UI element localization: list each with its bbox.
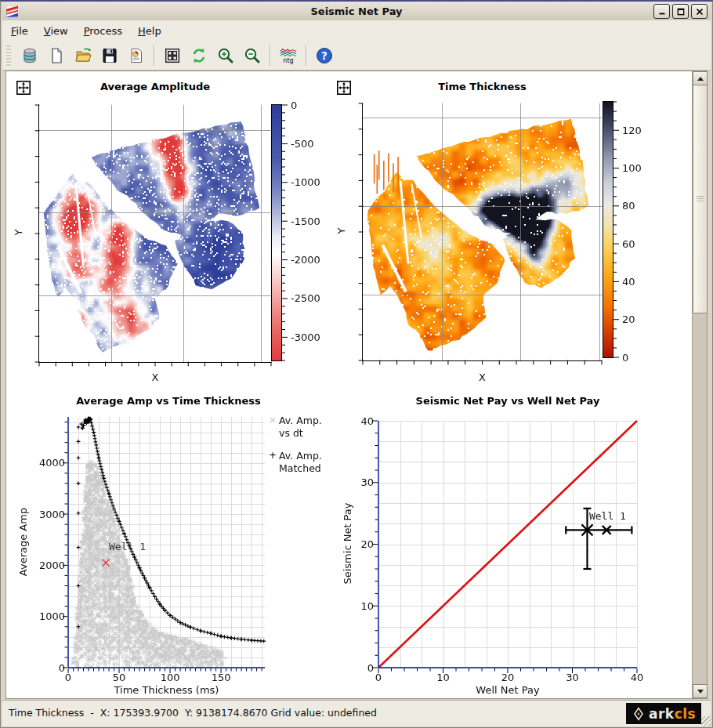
colorbar-tick-label: 20 — [622, 313, 635, 326]
plot-area: Average Amplitude Y X Time Thickness Y X… — [7, 72, 692, 697]
database-button[interactable] — [18, 44, 42, 67]
amp-vs-thickness-plot[interactable] — [54, 409, 281, 682]
scroll-down-button[interactable] — [693, 684, 708, 698]
maximize-button[interactable] — [672, 4, 689, 19]
x-tick-label: 50 — [103, 671, 135, 684]
legend-label: Av. Amp.vs dt — [279, 415, 322, 440]
menu-item-help[interactable]: Help — [131, 23, 168, 39]
thickness-colorbar — [599, 100, 622, 360]
x-tick-label: 150 — [205, 671, 237, 684]
app-logo-icon — [6, 5, 18, 17]
new-document-button[interactable] — [45, 44, 68, 67]
y-tick-label: 30 — [339, 476, 374, 489]
close-icon — [696, 8, 704, 16]
toolbar-separator — [154, 45, 155, 66]
statusbar: Time Thickness - X: 175393.9700 Y: 91381… — [2, 700, 711, 726]
logo-text-ark: ark — [649, 706, 675, 722]
colorbar-tick-label: -2000 — [291, 253, 320, 266]
refresh-button[interactable] — [187, 44, 211, 67]
time-thickness-map[interactable] — [353, 102, 603, 373]
database-icon — [20, 46, 39, 65]
zoom-in-icon — [216, 46, 235, 65]
y-tick-label: 20 — [339, 538, 374, 551]
colorbar-tick-label: -1000 — [291, 176, 320, 189]
pan-tool-icon[interactable] — [16, 81, 31, 95]
menubar: FileViewProcessHelp — [2, 20, 711, 42]
legend: ×Av. Amp.vs dt+Av. Amp.Matched — [269, 415, 328, 485]
colorbar-tick-label: 100 — [622, 161, 642, 175]
legend-item: +Av. Amp.Matched — [269, 450, 328, 475]
minimize-icon — [658, 8, 666, 16]
minimize-button[interactable] — [653, 4, 670, 19]
plus-marker-icon: + — [269, 450, 279, 475]
vertical-scrollbar[interactable] — [692, 71, 707, 698]
y-tick-label: 10 — [339, 599, 374, 613]
y-tick-label: 2000 — [29, 559, 65, 572]
arrow-up-icon — [697, 77, 704, 81]
scroll-up-button[interactable] — [693, 71, 708, 85]
toolbar-grip-handle[interactable] — [6, 45, 11, 66]
pan-tool-icon[interactable] — [337, 81, 351, 95]
y-tick-label: 3000 — [29, 508, 65, 521]
x-tick-label: 100 — [154, 671, 186, 684]
y-tick-label: 40 — [339, 415, 374, 428]
plot-title: Time Thickness — [363, 81, 602, 92]
x-tick-label: 40 — [621, 671, 653, 684]
window-title: Seismic Net Pay — [2, 5, 711, 17]
menu-item-view[interactable]: View — [37, 23, 75, 39]
window-controls — [653, 4, 708, 19]
plot-title: Average Amp vs Time Thickness — [59, 395, 278, 407]
save-button[interactable] — [98, 44, 121, 67]
average-amplitude-map[interactable] — [30, 103, 273, 375]
tile-windows-button[interactable] — [161, 44, 184, 67]
y-tick-label: 4000 — [29, 456, 65, 469]
tile-windows-icon — [163, 46, 182, 65]
toolbar-separator — [270, 45, 271, 66]
x-axis-label: X — [363, 371, 602, 383]
x-axis-label: Time Thickness (ms) — [68, 684, 265, 696]
menu-item-file[interactable]: File — [4, 23, 35, 39]
zoom-out-button[interactable] — [241, 44, 264, 67]
toolbar-separator — [306, 45, 307, 66]
report-icon — [127, 46, 146, 65]
app-window: Seismic Net Pay FileViewProcessHelp — [0, 0, 713, 728]
help-button[interactable]: ? — [313, 44, 336, 67]
x-tick-label: 0 — [363, 671, 394, 684]
colorbar-tick-label: 80 — [622, 199, 635, 212]
legend-label: Av. Amp.Matched — [279, 450, 322, 475]
ntg-label: ntg — [283, 58, 293, 63]
scrollbar-thumb[interactable] — [693, 85, 708, 313]
status-text: Time Thickness - X: 175393.9700 Y: 91381… — [9, 707, 377, 719]
menu-item-process[interactable]: Process — [77, 23, 129, 39]
netpay-crossplot[interactable] — [364, 413, 650, 683]
open-folder-icon — [74, 46, 92, 65]
arkcls-diamond-icon — [629, 705, 648, 723]
colorbar-tick-label: 0 — [291, 99, 297, 112]
help-icon: ? — [315, 46, 334, 65]
zoom-out-icon — [243, 46, 262, 65]
arkcls-logo: arkcls — [626, 703, 701, 724]
titlebar: Seismic Net Pay — [2, 2, 711, 21]
maximize-icon — [677, 8, 685, 16]
x-tick-label: 0 — [52, 671, 84, 684]
ntg-wavelets-button[interactable]: ntg — [277, 44, 300, 67]
toolbar: ntg ? — [2, 41, 711, 71]
close-button[interactable] — [691, 4, 708, 19]
y-axis-label: Y — [13, 178, 24, 288]
colorbar-tick-label: 60 — [622, 237, 635, 251]
report-button[interactable] — [125, 44, 148, 67]
open-folder-button[interactable] — [71, 44, 95, 67]
zoom-in-button[interactable] — [214, 44, 237, 67]
x-axis-label: X — [39, 371, 271, 383]
colorbar-tick-label: 40 — [622, 275, 635, 288]
colorbar-tick-label: -1500 — [291, 215, 320, 228]
x-tick-label: 30 — [557, 671, 588, 684]
colorbar-tick-label: -3000 — [291, 331, 320, 344]
arrow-down-icon — [697, 690, 704, 694]
resize-grip[interactable] — [701, 716, 711, 726]
content-frame: Average Amplitude Y X Time Thickness Y X… — [5, 71, 708, 699]
logo-text-cls: cls — [675, 706, 697, 722]
y-axis-label: Average Amp — [17, 487, 29, 597]
legend-item: ×Av. Amp.vs dt — [269, 415, 328, 440]
colorbar-tick-label: -500 — [291, 137, 314, 150]
